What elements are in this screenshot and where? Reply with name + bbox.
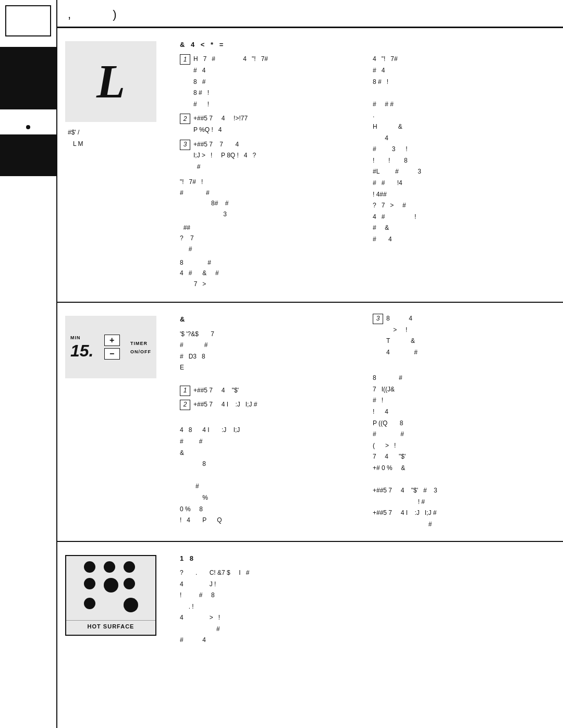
item1-text: H 7 # 4 "! 7# # 4 8 # 8 # ! # ! — [193, 54, 268, 110]
circle-dot-7 — [84, 598, 95, 609]
circle-dot-9-large — [124, 598, 138, 612]
page-wrapper: , ) L #$' / L M & 4 < * = — [0, 0, 563, 728]
icon-box-l: L — [65, 41, 156, 122]
timer-number: 15. — [70, 342, 93, 359]
hot-surface-circles — [76, 553, 146, 620]
section1-label: #$' / — [65, 129, 79, 136]
timer-box: MIN 15. + − TIMER ON/OFF — [65, 316, 156, 378]
section2-col-right: 3 8 4 > ! T & 4 # — [373, 313, 555, 530]
item2-text: +##5 7 4 !>!77 P %Q ! 4 — [193, 113, 248, 135]
sidebar-black-block-1 — [0, 47, 56, 109]
sidebar-top-box — [5, 5, 51, 36]
section2-num-box-1: 1 — [180, 386, 190, 396]
section3-right: 1 8 ? . C! &7 $ I # 4 J ! ! # 8 . ! 4 > … — [172, 550, 563, 649]
letter-l-icon: L — [96, 58, 125, 105]
section1-two-col: 1 H 7 # 4 "! 7# # 4 8 # 8 # ! # ! — [180, 54, 555, 291]
section1-right: & 4 < * = 1 H 7 # 4 "! 7# # — [172, 36, 563, 294]
section2-left: MIN 15. + − TIMER ON/OFF — [57, 311, 172, 533]
section3-heading: 1 8 — [180, 552, 555, 564]
timer-display: MIN 15. — [70, 335, 93, 359]
section2-col-right-num3: 3 8 4 > ! T & 4 # — [373, 313, 555, 358]
section1-col-right: 4 "! 7# # 4 8 # ! # # # . H & 4 # — [373, 54, 555, 291]
circle-dot-5-large — [104, 578, 118, 593]
timer-labels: TIMER ON/OFF — [130, 340, 151, 354]
item3-text: +##5 7 7 4 I;J > ! P 8Q ! 4 ? # — [193, 139, 256, 173]
section1: L #$' / L M & 4 < * = 1 — [57, 28, 563, 303]
section2-col-right-body: 8 # 7 I((J& # ! ! 4 P ((Q 8 # # ( > ! 7 … — [373, 373, 555, 474]
circle-dot-4 — [84, 578, 95, 589]
timer-controls[interactable]: + − — [104, 335, 120, 360]
section3-left: HOT SURFACE — [57, 550, 172, 649]
header-paren: ) — [113, 8, 116, 21]
section2-two-col: & '$ '?&$ 7 # # # D3 8 E 1 +##5 7 4 — [180, 313, 555, 530]
body-text-3: 8 # 4 # & # 7 > — [180, 257, 362, 289]
section2-item1-text: +##5 7 4 "$' — [193, 385, 239, 397]
sidebar-dot — [26, 125, 30, 129]
sidebar — [0, 0, 57, 728]
section1-left: L #$' / L M — [57, 36, 172, 294]
section2-body-text-1: '$ '?&$ 7 # # # D3 8 E — [180, 329, 362, 374]
numbered-item-2: 2 +##5 7 4 !>!77 P %Q ! 4 — [180, 113, 362, 135]
header-area: , ) — [57, 0, 563, 28]
col-right-body: # # # . H & 4 # 3 ! ! ! 8 #L # 3 # — [373, 99, 555, 245]
onoff-label: ON/OFF — [130, 349, 151, 354]
section3-body: ? . C! &7 $ I # 4 J ! ! # 8 . ! 4 > ! # … — [180, 567, 555, 646]
section2-body-left: 4 8 4 I :J I;J # # & 8 — [180, 425, 362, 470]
num-box-1: 1 — [180, 54, 190, 65]
timer-minus-button[interactable]: − — [104, 348, 120, 360]
numbered-item-3: 3 +##5 7 7 4 I;J > ! P 8Q ! 4 ? # — [180, 139, 362, 173]
body-text-1: "! 7# ! # # 8# # 3 — [180, 177, 362, 219]
section2-num-box-2: 2 — [180, 400, 190, 410]
section2-body-left2: # % 0 % 8 ! 4 P Q — [180, 481, 362, 526]
num-box-3: 3 — [180, 140, 190, 150]
num-box-2: 2 — [180, 114, 190, 124]
col-right-heading: 4 "! 7# # 4 8 # ! — [373, 54, 555, 88]
timer-min-label: MIN — [70, 335, 81, 340]
section2-right: & '$ '?&$ 7 # # # D3 8 E 1 +##5 7 4 — [172, 311, 563, 533]
circle-dot-2 — [104, 561, 115, 573]
section2-numbered-item-2: 2 +##5 7 4 I :J I;J # — [180, 399, 362, 411]
section3: HOT SURFACE 1 8 ? . C! &7 $ I # 4 J ! ! … — [57, 542, 563, 657]
section1-col-left-heading: & 4 < * = — [180, 39, 555, 51]
section2-col-left: & '$ '?&$ 7 # # # D3 8 E 1 +##5 7 4 — [180, 313, 362, 530]
main-content: , ) L #$' / L M & 4 < * = — [57, 0, 563, 728]
numbered-item-1: 1 H 7 # 4 "! 7# # 4 8 # 8 # ! # ! — [180, 54, 362, 110]
section2-col-right-bottom: +##5 7 4 "$' # 3 ! # +##5 7 4 I :J I;J #… — [373, 485, 555, 530]
section2-item3-text: 8 4 > ! T & 4 # — [386, 313, 418, 358]
circle-dot-6 — [124, 578, 135, 589]
hot-surface-box: HOT SURFACE — [65, 555, 156, 636]
hot-surface-label: HOT SURFACE — [66, 620, 155, 630]
section1-col-left: 1 H 7 # 4 "! 7# # 4 8 # 8 # ! # ! — [180, 54, 362, 291]
section2-col-left-heading: & — [180, 313, 362, 325]
section2: MIN 15. + − TIMER ON/OFF & — [57, 303, 563, 541]
circle-dot-1 — [84, 561, 95, 573]
section1-sublabel: L M — [65, 140, 83, 147]
timer-label: TIMER — [130, 341, 148, 346]
section2-numbered-item-1: 1 +##5 7 4 "$' — [180, 385, 362, 397]
body-text-2: ## ? 7 # — [180, 223, 362, 254]
section2-item2-text: +##5 7 4 I :J I;J # — [193, 399, 257, 411]
sidebar-black-block-2 — [0, 134, 56, 176]
header-comma: , — [68, 8, 71, 21]
section2-num-box-3: 3 — [373, 314, 383, 324]
timer-plus-button[interactable]: + — [104, 335, 120, 346]
circle-dot-3 — [124, 561, 135, 573]
